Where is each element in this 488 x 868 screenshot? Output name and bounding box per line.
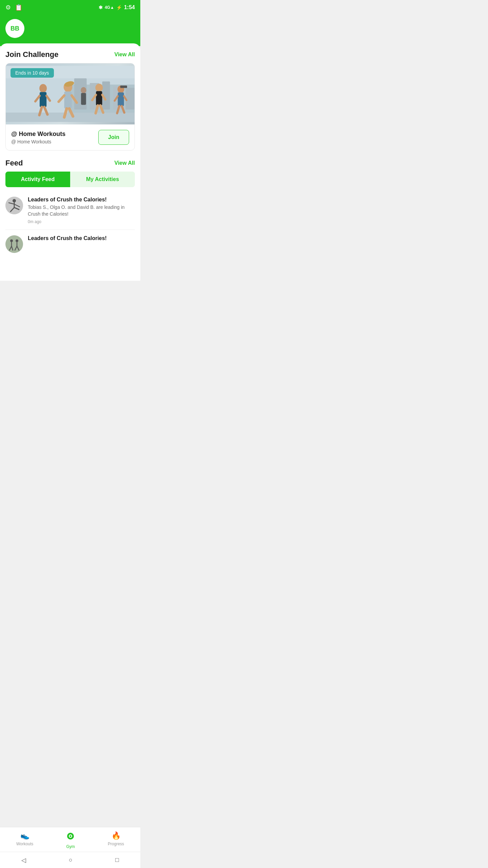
svg-rect-16 [40, 92, 46, 107]
settings-icon: ⚙ [5, 4, 11, 11]
join-challenge-title: Join Challenge [5, 50, 58, 59]
challenge-view-all[interactable]: View All [115, 52, 135, 58]
feed-section: Feed View All Activity Feed My Activitie… [5, 159, 135, 258]
svg-rect-7 [6, 113, 135, 122]
svg-point-44 [5, 235, 23, 253]
main-content: Join Challenge View All [0, 43, 140, 281]
challenge-image: Ends in 10 days [6, 63, 135, 124]
feed-title: Feed [5, 159, 23, 167]
battery-icon: ⚡ [116, 5, 122, 10]
feed-item-title-1: Leaders of Crush the Calories! [28, 197, 135, 203]
svg-point-46 [16, 239, 18, 242]
feed-item-content-2: Leaders of Crush the Calories! [28, 235, 107, 243]
feed-item-title-2: Leaders of Crush the Calories! [28, 235, 107, 241]
challenge-title: @ Home Workouts [11, 131, 65, 138]
svg-rect-6 [125, 88, 135, 110]
join-challenge-header: Join Challenge View All [5, 50, 135, 59]
feed-item-avatar-1 [5, 197, 23, 214]
svg-point-15 [39, 84, 47, 93]
svg-rect-35 [81, 93, 86, 105]
svg-point-38 [13, 199, 16, 202]
tab-my-activities[interactable]: My Activities [70, 172, 135, 187]
time-display: 1:54 [124, 4, 135, 11]
feed-item-avatar-2 [5, 235, 23, 253]
svg-rect-9 [64, 92, 72, 108]
feed-header: Feed View All [5, 159, 135, 167]
challenge-text: @ Home Workouts @ Home Workouts [11, 131, 65, 144]
join-button[interactable]: Join [98, 130, 129, 145]
svg-point-45 [10, 239, 13, 242]
feed-item-partial: Leaders of Crush the Calories! [5, 230, 135, 258]
status-left-icons: ⚙ 📋 [5, 4, 22, 11]
status-right-icons: ✱ 4G▲ ⚡ 1:54 [99, 4, 135, 11]
avatar[interactable]: BB [5, 19, 24, 38]
bluetooth-icon: ✱ [99, 5, 103, 10]
feed-item-content-1: Leaders of Crush the Calories! Tobias S.… [28, 197, 135, 224]
status-bar: ⚙ 📋 ✱ 4G▲ ⚡ 1:54 [0, 0, 140, 15]
ends-badge: Ends in 10 days [11, 68, 54, 78]
tab-activity-feed[interactable]: Activity Feed [5, 172, 70, 187]
svg-rect-29 [118, 92, 124, 106]
feed-item-desc-1: Tobias S., Olga O. and David B. are lead… [28, 204, 135, 217]
svg-point-34 [81, 87, 86, 93]
svg-rect-28 [120, 85, 127, 88]
feed-item-time-1: 0m ago [28, 219, 135, 224]
signal-icon: 4G▲ [105, 5, 114, 10]
svg-rect-22 [96, 91, 102, 105]
svg-point-21 [95, 84, 103, 92]
feed-view-all[interactable]: View All [115, 160, 135, 166]
feed-item: Leaders of Crush the Calories! Tobias S.… [5, 191, 135, 230]
header: BB [0, 15, 140, 46]
challenge-card: Ends in 10 days @ Home Workouts @ Home W… [5, 63, 135, 151]
challenge-subtitle: @ Home Workouts [11, 139, 65, 144]
notes-icon: 📋 [15, 4, 22, 11]
challenge-info: @ Home Workouts @ Home Workouts Join [6, 124, 135, 150]
feed-tabs: Activity Feed My Activities [5, 172, 135, 187]
